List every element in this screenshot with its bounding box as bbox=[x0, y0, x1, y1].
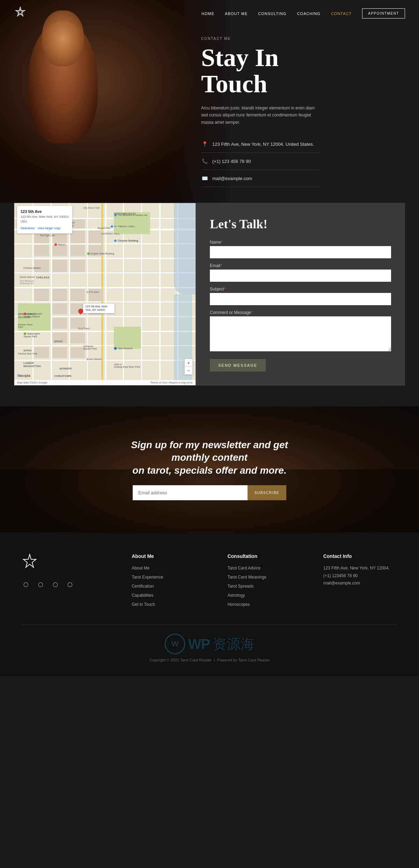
footer-social: ◯ ◯ ◯ ◯ bbox=[21, 579, 111, 589]
zoom-in-button[interactable]: + bbox=[185, 359, 192, 367]
footer: ◯ ◯ ◯ ◯ About Me About Me Tarot Experien… bbox=[0, 532, 419, 676]
footer-copyright: Copyright © 2021 Tarot Card Reader | Pow… bbox=[21, 658, 398, 662]
wp-chinese-text: 资源海 bbox=[213, 634, 255, 654]
footer-link-certification[interactable]: Certification bbox=[132, 583, 206, 589]
contact-address: 📍 123 Fifth Ave, New York, NY 12004. Uni… bbox=[201, 136, 320, 153]
footer-link-about-me[interactable]: About Me bbox=[132, 565, 206, 571]
twitter-icon[interactable]: ◯ bbox=[36, 579, 45, 589]
map-form-section: 123 5th Ave, New York, NY 10003 123 5th … bbox=[0, 203, 419, 407]
larger-map-link[interactable]: View larger map bbox=[38, 227, 60, 230]
nav-item-consulting[interactable]: Consulting bbox=[258, 10, 286, 16]
subscribe-button[interactable]: Subscribe bbox=[248, 485, 286, 500]
map-footer: Map data ©2021 Google Terms of Use | Rep… bbox=[14, 380, 196, 385]
map-label-chinatown: CHINATOWN bbox=[54, 374, 71, 378]
subject-required: * bbox=[224, 287, 226, 292]
google-logo: Google bbox=[17, 372, 30, 378]
svg-marker-0 bbox=[16, 7, 25, 16]
newsletter-section: Sign up for my newsletter and get monthl… bbox=[0, 407, 419, 532]
youtube-icon[interactable]: ◯ bbox=[65, 579, 75, 589]
phone-icon: 📞 bbox=[201, 158, 208, 165]
footer-link-get-in-touch[interactable]: Get in Touch bbox=[132, 601, 206, 607]
map-label-murray: MURRAY HILL bbox=[101, 232, 120, 235]
nav-item-contact[interactable]: Contact bbox=[331, 10, 352, 16]
contact-email: ✉️ mail@example.com bbox=[201, 170, 320, 187]
map-label-bowery: BOWERY bbox=[60, 367, 72, 370]
map-label-lindsay: John V.Lindsay East River Park bbox=[114, 363, 140, 368]
email-input[interactable] bbox=[210, 270, 391, 282]
contact-form-section: Let's Talk! Name* Email* Subject* Commen… bbox=[196, 203, 405, 386]
map-label-hudson: Hudson RiverPark bbox=[18, 323, 32, 328]
map-label-highline: The High Line bbox=[40, 234, 55, 237]
email-field-group: Email* bbox=[210, 263, 391, 282]
footer-contact-title: Contact Info bbox=[323, 553, 398, 559]
footer-about-title: About Me bbox=[132, 553, 206, 559]
hero-description: Arcu bibendum justo, blandit integer ele… bbox=[201, 105, 320, 126]
directions-link[interactable]: Directions bbox=[21, 227, 35, 230]
name-label: Name* bbox=[210, 240, 391, 245]
nav-item-home[interactable]: Home bbox=[201, 10, 214, 16]
map-label-moma: 🔷 The Museum of Modern Art bbox=[114, 214, 147, 217]
appointment-button[interactable]: Appointment bbox=[362, 8, 405, 19]
navbar: Home About Me Consulting Coaching Contac… bbox=[0, 0, 419, 27]
map-label-stuy: StuyTown bbox=[78, 327, 90, 330]
hero-label: Contact Me bbox=[201, 37, 320, 41]
contact-phone: 📞 (+1) 123 456 78 90 bbox=[201, 153, 320, 170]
footer-link-tarot-spreads[interactable]: Tarot Spreads bbox=[227, 583, 302, 589]
footer-bottom-content: WP 资源海 bbox=[21, 633, 398, 654]
footer-address: 123 Fifth Ave, New York, NY 12004. bbox=[323, 565, 398, 572]
message-textarea[interactable] bbox=[210, 316, 391, 351]
footer-link-capabilities[interactable]: Capabilities bbox=[132, 592, 206, 598]
map-label-factory: Factory New York bbox=[18, 352, 37, 355]
footer-consultation-links: Tarot Card Advice Tarot Card Meanings Ta… bbox=[227, 565, 302, 607]
map-label-chelsea: CHELSEA bbox=[36, 276, 49, 279]
map-label-tompkins: TompkinsSquare Park bbox=[83, 345, 97, 350]
email-label: Email* bbox=[210, 263, 391, 268]
map-label-macys: 🔴 Macy's bbox=[54, 243, 66, 246]
map-label-soho: SOHO bbox=[23, 349, 32, 352]
footer-contact-details: 123 Fifth Ave, New York, NY 12004. (+1) … bbox=[323, 565, 398, 587]
footer-email: mail@example.com bbox=[323, 580, 398, 587]
hero-title: Stay In Touch bbox=[201, 45, 320, 98]
footer-phone: (+1) 123456 78 90 bbox=[323, 572, 398, 580]
footer-link-astrology[interactable]: Astrology bbox=[227, 592, 302, 598]
map-label-lower: LOWERMANHATTAN bbox=[23, 361, 41, 368]
map-label-chelsea-market: Chelsea Market bbox=[23, 267, 41, 269]
footer-brand-col: ◯ ◯ ◯ ◯ bbox=[21, 553, 111, 607]
footer-link-card-meanings[interactable]: Tarot Card Meanings bbox=[227, 574, 302, 580]
nav-item-coaching[interactable]: Coaching bbox=[297, 10, 321, 16]
wp-text: WP bbox=[188, 636, 210, 652]
subject-field-group: Subject* bbox=[210, 287, 391, 305]
hero-section: Contact Me Stay In Touch Arcu bibendum j… bbox=[0, 0, 419, 203]
location-icon: 📍 bbox=[201, 141, 208, 148]
newsletter-email-input[interactable] bbox=[133, 485, 248, 500]
footer-link-tarot-exp[interactable]: Tarot Experience bbox=[132, 574, 206, 580]
footer-consultation-title: Consultation bbox=[227, 553, 302, 559]
map-pin-tooltip: 123 5th Ave, New York, NY 10003 bbox=[83, 303, 115, 314]
map-zoom: + − bbox=[184, 359, 193, 375]
logo[interactable] bbox=[14, 6, 27, 20]
footer-about-links: About Me Tarot Experience Certification … bbox=[132, 565, 206, 607]
footer-link-card-advice[interactable]: Tarot Card Advice bbox=[227, 565, 302, 571]
instagram-icon[interactable]: ◯ bbox=[50, 579, 60, 589]
footer-contact-col: Contact Info 123 Fifth Ave, New York, NY… bbox=[323, 553, 398, 607]
subject-input[interactable] bbox=[210, 293, 391, 305]
footer-consultation-col: Consultation Tarot Card Advice Tarot Car… bbox=[227, 553, 302, 607]
nav-links: Home About Me Consulting Coaching Contac… bbox=[201, 10, 352, 16]
nav-item-about[interactable]: About Me bbox=[225, 10, 248, 16]
email-icon: ✉️ bbox=[201, 175, 208, 182]
name-input[interactable] bbox=[210, 246, 391, 258]
map-label-newmuseum: 🔵 New Museum bbox=[114, 347, 133, 350]
map-label-chrysler: 🔷 Chrysler Building bbox=[114, 239, 138, 242]
name-required: * bbox=[221, 240, 223, 245]
zoom-out-button[interactable]: − bbox=[185, 367, 192, 374]
footer-top: ◯ ◯ ◯ ◯ About Me About Me Tarot Experien… bbox=[21, 553, 398, 607]
map-container: 123 5th Ave, New York, NY 10003 123 5th … bbox=[14, 203, 196, 386]
send-message-button[interactable]: Send Message bbox=[210, 359, 266, 372]
footer-link-horoscopes[interactable]: Horoscopes bbox=[227, 601, 302, 607]
facebook-icon[interactable]: ◯ bbox=[21, 579, 31, 589]
map-label-kips: KIPS BAY bbox=[87, 290, 100, 294]
svg-marker-2 bbox=[23, 554, 36, 567]
hero-content: Contact Me Stay In Touch Arcu bibendum j… bbox=[201, 16, 341, 187]
name-field-group: Name* bbox=[210, 240, 391, 258]
map-label-washington: 🟢 WashingtonSquare Park bbox=[23, 332, 40, 338]
